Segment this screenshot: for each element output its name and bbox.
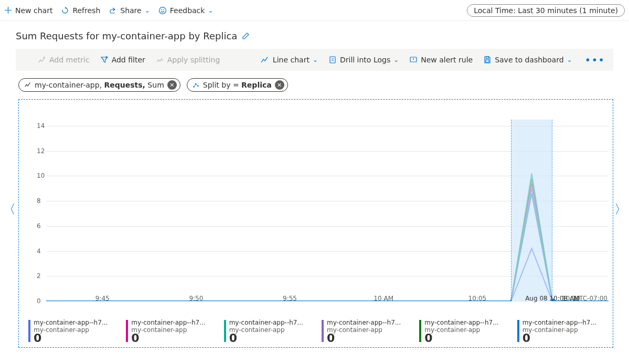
svg-point-2 [163,9,164,10]
legend-series-value: 0 [229,333,315,344]
drill-logs-button[interactable]: Drill into Logs ⌄ [328,56,399,64]
split-pill[interactable]: Split by = Replica ✕ [187,78,288,92]
y-tick: 6 [37,222,41,230]
refresh-icon [61,6,69,15]
save-dashboard-label: Save to dashboard [495,56,563,64]
add-metric-button: Add metric [38,56,90,64]
legend-series-value: 0 [424,333,510,344]
legend-series-value: 0 [131,333,217,344]
chart-plot[interactable]: 02468101214 [19,104,613,306]
share-button[interactable]: Share ⌄ [109,6,150,15]
edit-icon[interactable] [241,32,250,40]
legend-item[interactable]: my-container-app--h7... my-container-app… [322,319,413,344]
share-icon [109,6,117,15]
x-tick: 10 AM [374,295,393,302]
chevron-down-icon: ⌄ [313,56,318,63]
smile-icon [158,6,167,15]
legend-series-value: 0 [523,333,609,344]
chart-title: Sum Requests for my-container-app by Rep… [16,30,237,41]
new-chart-label: New chart [15,6,52,15]
y-tick: 14 [37,122,41,130]
chevron-down-icon: ⌄ [145,7,150,14]
refresh-button[interactable]: Refresh [61,6,100,15]
legend-series-value: 0 [34,333,120,344]
feedback-button[interactable]: Feedback ⌄ [158,6,214,15]
legend-series-name: my-container-app--h7... [34,319,120,326]
x-tick: 9:45 [95,295,110,302]
svg-rect-5 [486,60,489,62]
chart-title-row: Sum Requests for my-container-app by Rep… [0,21,629,49]
legend-swatch [419,320,421,342]
x-axis: UTC-07:00 9:459:509:5510 AM10:0510:10Aug… [46,295,609,305]
remove-metric-button[interactable]: ✕ [167,80,177,90]
y-tick: 8 [37,197,41,205]
share-label: Share [120,6,141,15]
svg-rect-3 [330,57,335,63]
add-filter-label: Add filter [112,56,145,64]
legend-series-name: my-container-app--h7... [424,319,510,326]
marker-time-label: Aug 08 10:08 AM [525,295,579,302]
chevron-down-icon: ⌄ [567,56,572,63]
refresh-label: Refresh [72,6,100,15]
add-metric-label: Add metric [49,56,90,64]
legend-item[interactable]: my-container-app--h7... my-container-app… [419,319,510,344]
legend-item[interactable]: my-container-app--h7... my-container-app… [224,319,315,344]
command-bar: New chart Refresh Share ⌄ Feedback ⌄ Loc… [0,0,629,21]
legend-item[interactable]: my-container-app--h7... my-container-app… [517,319,609,344]
add-metric-icon [38,56,46,64]
legend-series-name: my-container-app--h7... [523,319,609,326]
svg-point-0 [159,7,166,14]
next-chart-button[interactable]: 〉 [614,201,627,218]
y-tick: 2 [37,272,41,280]
metric-pill-row: my-container-app, Requests, Sum ✕ Split … [0,71,629,96]
logs-icon [328,56,337,64]
metric-icon [24,81,31,89]
legend-swatch [224,320,226,342]
metric-pill[interactable]: my-container-app, Requests, Sum ✕ [18,78,180,92]
more-menu-button[interactable]: ••• [583,53,607,66]
drill-logs-label: Drill into Logs [340,56,390,64]
chart-type-dropdown[interactable]: Line chart ⌄ [260,56,318,64]
legend-item[interactable]: my-container-app--h7... my-container-app… [126,319,217,344]
chart-type-label: Line chart [273,56,310,64]
legend-series-name: my-container-app--h7... [229,319,315,326]
chart-legend: my-container-app--h7... my-container-app… [28,319,609,344]
y-tick: 4 [37,248,41,255]
metric-toolbar: Add metric Add filter Apply splitting Li… [16,49,613,71]
apply-splitting-label: Apply splitting [167,56,220,64]
legend-series-name: my-container-app--h7... [327,319,413,326]
highlight-band [511,120,552,301]
legend-series-name: my-container-app--h7... [131,319,217,326]
x-tick: 10:05 [468,295,487,302]
legend-swatch [126,320,128,342]
prev-chart-button[interactable]: 〈 [3,201,16,218]
x-tick: 9:55 [283,295,297,302]
split-icon [156,56,164,64]
save-icon [483,56,492,64]
time-range-label: Local Time: Last 30 minutes (1 minute) [474,6,618,15]
svg-point-1 [161,9,162,10]
plus-icon [4,6,12,14]
time-range-picker[interactable]: Local Time: Last 30 minutes (1 minute) [467,4,625,17]
chart-area: 〈 〉 02468101214 UTC-07:00 9:459:509:5510… [0,96,629,348]
filter-icon [100,56,109,64]
legend-swatch [28,320,30,342]
legend-swatch [517,320,519,342]
remove-split-button[interactable]: ✕ [275,80,284,90]
legend-item[interactable]: my-container-app--h7... my-container-app… [28,319,120,344]
legend-series-value: 0 [327,333,413,344]
line-chart-icon [260,56,270,64]
new-alert-button[interactable]: New alert rule [409,56,473,64]
y-tick: 0 [37,297,41,305]
add-filter-button[interactable]: Add filter [100,56,145,64]
chevron-down-icon: ⌄ [208,7,213,14]
chevron-down-icon: ⌄ [393,56,399,63]
svg-rect-6 [486,57,489,59]
save-dashboard-button[interactable]: Save to dashboard ⌄ [483,56,572,64]
new-alert-label: New alert rule [421,56,473,64]
new-chart-button[interactable]: New chart [4,6,52,15]
y-tick: 10 [37,172,41,179]
split-icon [193,81,200,89]
alert-icon [409,56,418,64]
legend-swatch [322,320,324,342]
